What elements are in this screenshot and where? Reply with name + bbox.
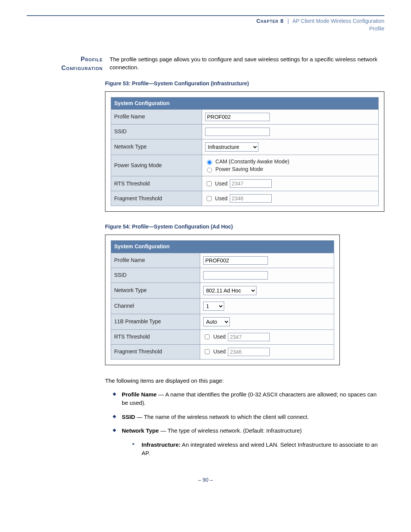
cam-radio[interactable] [207,160,212,165]
header-subtitle: Profile [369,26,384,32]
table-row: SSID [111,125,379,139]
cam-radio-label: CAM (Constantly Awake Mode) [215,158,289,166]
table-header: System Configuration [111,240,334,253]
network-type-label: Network Type [111,283,200,298]
rts-used-checkbox[interactable] [205,334,210,339]
network-type-term: Network Type [122,427,159,434]
rts-value-input[interactable] [230,179,272,188]
list-item: SSID — The name of the wireless network … [113,413,384,422]
page-header: Chapter 8 | AP Client Mode Wireless Conf… [27,18,384,32]
table-row: Profile Name [111,110,379,125]
table-row: Fragment Threshold Used [111,344,334,359]
profile-name-input[interactable] [203,256,268,265]
profile-name-term: Profile Name [122,391,157,398]
profile-name-label: Profile Name [111,110,202,125]
figure54-box: System Configuration Profile Name SSID N… [105,235,340,365]
figure53-caption: Figure 53: Profile—System Configuration … [105,80,384,88]
network-type-desc: — The type of wireless network. (Default… [159,427,302,434]
channel-select[interactable]: 1 [203,302,224,311]
intro-paragraph: The profile settings page allows you to … [110,55,384,71]
fragment-label: Fragment Threshold [111,191,202,206]
divider: | [285,18,291,24]
system-config-table-adhoc: System Configuration Profile Name SSID N… [111,240,334,359]
psm-radio[interactable] [207,168,212,173]
list-item: Profile Name — A name that identifies th… [113,390,384,407]
table-row: Network Type Infrastructure [111,139,379,155]
ssid-label: SSID [111,268,200,283]
chapter-title: AP Client Mode Wireless Configuration [292,18,384,24]
table-row: Network Type 802.11 Ad Hoc [111,283,334,298]
rts-used-checkbox[interactable] [207,181,212,186]
ssid-desc: — The name of the wireless network to wh… [135,414,309,420]
infrastructure-term: Infrastructure: [142,441,181,448]
profile-name-desc: — A name that identifies the profile (0-… [122,391,377,406]
fragment-value-input[interactable] [228,348,270,356]
network-type-select[interactable]: Infrastructure [205,142,258,152]
table-row: Channel 1 [111,298,334,314]
items-intro: The following items are displayed on thi… [105,377,384,385]
profile-name-label: Profile Name [111,253,200,268]
ssid-input[interactable] [205,128,270,136]
fragment-used-label: Used [215,195,228,203]
page-number: – 90 – [27,477,384,483]
list-item: Infrastructure: An integrated wireless a… [132,441,384,458]
fragment-used-checkbox[interactable] [205,349,210,354]
items-list: Profile Name — A name that identifies th… [105,390,384,458]
rts-value-input[interactable] [228,333,270,341]
table-row: 11B Preamble Type Auto [111,314,334,329]
rts-label: RTS Threshold [111,329,200,344]
ssid-input[interactable] [203,271,268,280]
rts-used-label: Used [213,333,226,341]
channel-label: Channel [111,298,200,314]
fragment-used-label: Used [213,348,226,356]
preamble-select[interactable]: Auto [203,317,230,326]
network-type-select[interactable]: 802.11 Ad Hoc [203,286,256,295]
table-header: System Configuration [111,97,379,110]
ssid-term: SSID [122,414,135,420]
table-row: Power Saving Mode CAM (Constantly Awake … [111,155,379,176]
chapter-label: Chapter 8 [256,18,284,24]
profile-name-input[interactable] [205,113,270,121]
section-heading: Profile Configuration [27,55,110,72]
fragment-used-checkbox[interactable] [207,196,212,201]
preamble-label: 11B Preamble Type [111,314,200,329]
table-row: SSID [111,268,334,283]
fragment-label: Fragment Threshold [111,344,200,359]
system-config-table-infra: System Configuration Profile Name SSID N… [111,97,379,206]
power-saving-label: Power Saving Mode [111,155,202,176]
fragment-value-input[interactable] [230,194,272,203]
rts-label: RTS Threshold [111,176,202,191]
ssid-label: SSID [111,125,202,139]
psm-radio-label: Power Saving Mode [215,166,263,173]
figure53-box: System Configuration Profile Name SSID N… [105,91,384,212]
list-item: Network Type — The type of wireless netw… [113,427,384,458]
figure54-caption: Figure 54: Profile—System Configuration … [105,223,384,231]
table-row: Fragment Threshold Used [111,191,379,206]
table-row: RTS Threshold Used [111,329,334,344]
network-type-label: Network Type [111,139,202,155]
table-row: Profile Name [111,253,334,268]
table-row: RTS Threshold Used [111,176,379,191]
rts-used-label: Used [215,180,228,188]
sub-list: Infrastructure: An integrated wireless a… [122,441,384,458]
